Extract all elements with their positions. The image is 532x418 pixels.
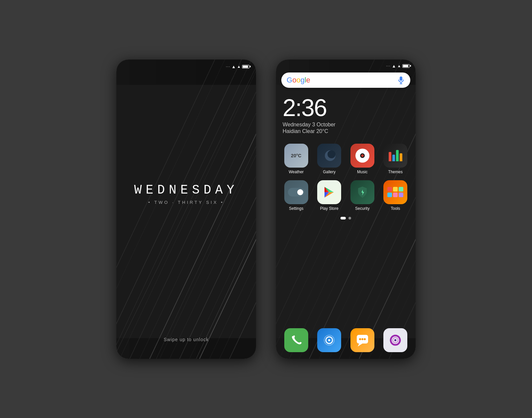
app-music[interactable]: Music — [347, 144, 377, 174]
tool-cell-5 — [393, 193, 398, 197]
toggle-icon — [288, 188, 305, 197]
home-weather-display: Haidian Clear 20°C — [283, 128, 409, 134]
music-circle — [355, 149, 369, 163]
svg-point-51 — [359, 338, 361, 340]
google-logo-g2: g — [301, 76, 305, 84]
music-label: Music — [357, 170, 367, 174]
lock-main-content: WEDNESDAY • TWO · THIRTY SIX • — [134, 60, 238, 337]
home-date-display: Wednesday 3 October — [283, 122, 409, 128]
tools-grid — [385, 185, 405, 199]
app-dock — [276, 324, 416, 359]
home-battery-icon — [402, 64, 410, 68]
svg-point-53 — [364, 338, 366, 340]
app-settings[interactable]: Settings — [281, 180, 311, 211]
svg-point-47 — [328, 339, 330, 341]
tool-cell-1 — [387, 187, 392, 192]
camera-icon — [383, 328, 407, 352]
weather-temp-text: 20°C — [291, 153, 301, 158]
svg-marker-50 — [358, 344, 362, 347]
app-themes[interactable]: Themes — [381, 144, 411, 174]
tools-label: Tools — [391, 206, 400, 211]
home-battery-fill — [403, 65, 408, 67]
themes-bar-4 — [400, 153, 402, 161]
google-logo-o2: o — [296, 76, 300, 84]
tool-cell-6 — [399, 193, 403, 197]
gallery-icon — [317, 144, 341, 168]
home-status-bar-right: ··· ▲ ▲ — [386, 64, 410, 69]
lock-day-label: WEDNESDAY — [134, 183, 238, 197]
themes-bar-2 — [392, 155, 395, 161]
google-logo-e: e — [306, 76, 310, 84]
lock-screen-phone: ··· ▲ ▲ WEDNESDAY • TWO · THIRTY SIX • S… — [116, 60, 256, 359]
swipe-unlock-label[interactable]: Swipe up to unlock — [164, 337, 209, 359]
dock-phone[interactable] — [281, 328, 311, 352]
home-notification-dots: ··· — [386, 64, 390, 68]
battery-icon — [242, 65, 249, 69]
tools-icon — [383, 180, 407, 204]
weather-label: Weather — [289, 170, 304, 174]
home-screen: ··· ▲ ▲ Google — [276, 60, 416, 359]
google-logo-o1: o — [292, 76, 296, 84]
tool-cell-4 — [387, 193, 392, 197]
home-wifi-icon: ▲ — [392, 64, 396, 69]
app-grid-row1: 20°C Weather Gallery — [276, 137, 416, 177]
themes-bars — [389, 150, 402, 161]
tool-cell-2 — [393, 187, 398, 192]
home-status-bar: ··· ▲ ▲ — [276, 60, 416, 70]
gallery-label: Gallery — [323, 170, 335, 174]
page-dot-1[interactable] — [340, 217, 346, 219]
app-security[interactable]: Security — [347, 180, 377, 211]
dock-mifm[interactable] — [315, 328, 344, 352]
security-label: Security — [355, 206, 369, 211]
home-time-display: 2:36 — [283, 96, 409, 120]
home-signal-icon: ▲ — [397, 64, 401, 68]
app-tools[interactable]: Tools — [381, 180, 411, 211]
music-icon — [350, 144, 374, 168]
lock-time-label: • TWO · THIRTY SIX • — [148, 200, 224, 205]
toggle-knob — [297, 189, 303, 195]
security-icon — [350, 180, 374, 204]
app-playstore[interactable]: Play Store — [315, 180, 344, 211]
themes-icon — [383, 144, 407, 168]
home-screen-phone: ··· ▲ ▲ Google — [276, 60, 416, 359]
phone-icon — [284, 328, 308, 352]
dock-camera[interactable] — [381, 328, 411, 352]
settings-label: Settings — [289, 206, 303, 211]
themes-label: Themes — [388, 170, 403, 174]
playstore-label: Play Store — [320, 206, 338, 211]
themes-bar-3 — [396, 150, 399, 161]
svg-point-39 — [328, 150, 335, 158]
weather-icon: 20°C — [284, 144, 308, 168]
themes-bar-1 — [389, 152, 391, 161]
google-search-bar[interactable]: Google — [281, 72, 410, 88]
lock-screen: ··· ▲ ▲ WEDNESDAY • TWO · THIRTY SIX • S… — [116, 60, 256, 359]
app-gallery[interactable]: Gallery — [315, 144, 344, 174]
svg-point-56 — [394, 339, 396, 341]
svg-rect-35 — [400, 76, 402, 81]
tool-cell-3 — [399, 187, 403, 192]
dock-messages[interactable] — [347, 328, 377, 352]
playstore-icon — [317, 180, 341, 204]
svg-point-52 — [361, 338, 363, 340]
google-logo: Google — [287, 76, 310, 84]
battery-fill — [243, 66, 248, 68]
settings-icon — [284, 180, 308, 204]
music-inner — [360, 153, 365, 158]
page-indicator — [276, 213, 416, 223]
google-logo-g: G — [287, 76, 292, 84]
google-mic-icon[interactable] — [397, 76, 405, 84]
mifm-icon — [317, 328, 341, 352]
app-grid-row2: Settings — [276, 177, 416, 213]
messages-icon — [350, 328, 374, 352]
page-dot-2[interactable] — [348, 217, 351, 219]
app-weather[interactable]: 20°C Weather — [281, 144, 311, 174]
home-clock-area: 2:36 Wednesday 3 October Haidian Clear 2… — [276, 88, 416, 137]
